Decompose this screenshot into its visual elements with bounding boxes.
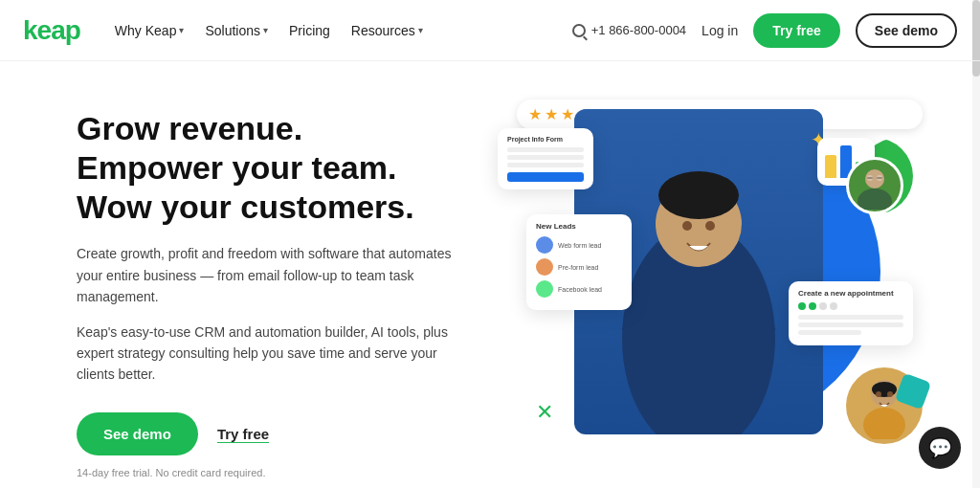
form-field-2 (507, 155, 584, 160)
lead-avatar-2 (536, 258, 553, 276)
chevron-down-icon: ▾ (418, 25, 423, 35)
appt-line-1 (798, 315, 903, 320)
svg-point-12 (863, 408, 905, 439)
lead-avatar-1 (536, 236, 553, 254)
try-free-button[interactable]: Try free (753, 13, 840, 48)
phone-number: +1 866-800-0004 (591, 23, 686, 37)
header-left: keap Why Keap ▾ Solutions ▾ Pricing Reso… (23, 15, 431, 46)
form-field-3 (507, 163, 584, 167)
chevron-down-icon: ▾ (179, 25, 184, 35)
svg-point-15 (887, 391, 893, 397)
svg-point-10 (705, 221, 715, 231)
star-3: ★ (561, 105, 574, 123)
logo[interactable]: keap (23, 15, 80, 46)
hero-body-2: Keap's easy-to-use CRM and automation bu… (77, 322, 479, 386)
appointment-title: Create a new appointment (798, 289, 903, 298)
svg-rect-4 (867, 177, 873, 179)
star-1: ★ (528, 105, 542, 123)
cta-buttons: See demo Try free (77, 412, 479, 455)
login-link[interactable]: Log in (702, 23, 738, 38)
lead-name-3: Facebook lead (558, 286, 602, 293)
hero-body-1: Create growth, profit and freedom with s… (77, 243, 479, 307)
logo-text: keap (23, 15, 80, 45)
hero-left: Grow revenue. Empower your team. Wow you… (77, 100, 479, 488)
person-avatar-icon (851, 162, 899, 210)
headline-line3: Wow your customers. (77, 189, 414, 225)
form-title: Project Info Form (507, 136, 584, 143)
scrollbar[interactable] (972, 0, 980, 488)
nav-item-solutions[interactable]: Solutions ▾ (197, 17, 276, 44)
lead-item-3: Facebook lead (536, 280, 622, 298)
lead-name-1: Web form lead (558, 242, 601, 249)
site-header: keap Why Keap ▾ Solutions ▾ Pricing Reso… (0, 0, 980, 61)
step-1 (798, 302, 806, 310)
lead-avatar-3 (536, 280, 553, 298)
headline-line1: Grow revenue. (77, 110, 302, 146)
form-card: Project Info Form (498, 128, 593, 189)
headline-line2: Empower your team. (77, 149, 396, 186)
leads-card-title: New Leads (536, 222, 622, 231)
svg-rect-5 (877, 177, 882, 179)
main-content: Grow revenue. Empower your team. Wow you… (0, 61, 980, 488)
lead-item-2: Pre-form lead (536, 258, 622, 276)
star-2: ★ (545, 105, 558, 123)
phone-area: +1 866-800-0004 (572, 23, 686, 37)
bar-yellow (825, 155, 836, 178)
svg-point-13 (872, 382, 897, 397)
step-3 (819, 302, 827, 310)
avatar-top-right (846, 157, 903, 214)
nav-item-why-keap[interactable]: Why Keap ▾ (107, 17, 192, 44)
see-demo-header-button[interactable]: See demo (856, 13, 957, 48)
svg-point-8 (658, 171, 739, 219)
search-icon[interactable] (572, 24, 586, 37)
form-field-1 (507, 147, 584, 152)
trial-note: 14-day free trial. No credit card requir… (77, 467, 479, 478)
chevron-down-icon: ▾ (263, 25, 268, 35)
svg-point-14 (876, 391, 881, 397)
appointment-steps (798, 302, 903, 310)
person-silhouette (603, 147, 794, 434)
header-right: +1 866-800-0004 Log in Try free See demo (572, 13, 957, 48)
chat-icon: 💬 (928, 436, 952, 459)
cross-decoration: ✕ (536, 400, 553, 425)
svg-point-1 (858, 189, 892, 210)
lead-item-1: Web form lead (536, 236, 622, 254)
try-free-text-button[interactable]: Try free (217, 426, 269, 442)
see-demo-button[interactable]: See demo (77, 412, 198, 455)
chat-bubble-button[interactable]: 💬 (919, 427, 961, 469)
leads-card: New Leads Web form lead Pre-form lead Fa… (526, 214, 632, 310)
nav-item-pricing[interactable]: Pricing (281, 17, 338, 44)
main-nav: Why Keap ▾ Solutions ▾ Pricing Resources… (107, 17, 431, 44)
hero-headline: Grow revenue. Empower your team. Wow you… (77, 109, 479, 226)
step-2 (809, 302, 816, 310)
appointment-card: Create a new appointment (789, 281, 913, 345)
step-4 (830, 302, 837, 310)
hero-right: ✦ Project Info Form (517, 100, 923, 488)
svg-point-9 (682, 221, 692, 231)
nav-item-resources[interactable]: Resources ▾ (344, 17, 431, 44)
appt-line-2 (798, 322, 903, 327)
lead-name-2: Pre-form lead (558, 264, 598, 271)
appt-line-3 (798, 330, 861, 335)
form-submit-button (507, 172, 584, 182)
